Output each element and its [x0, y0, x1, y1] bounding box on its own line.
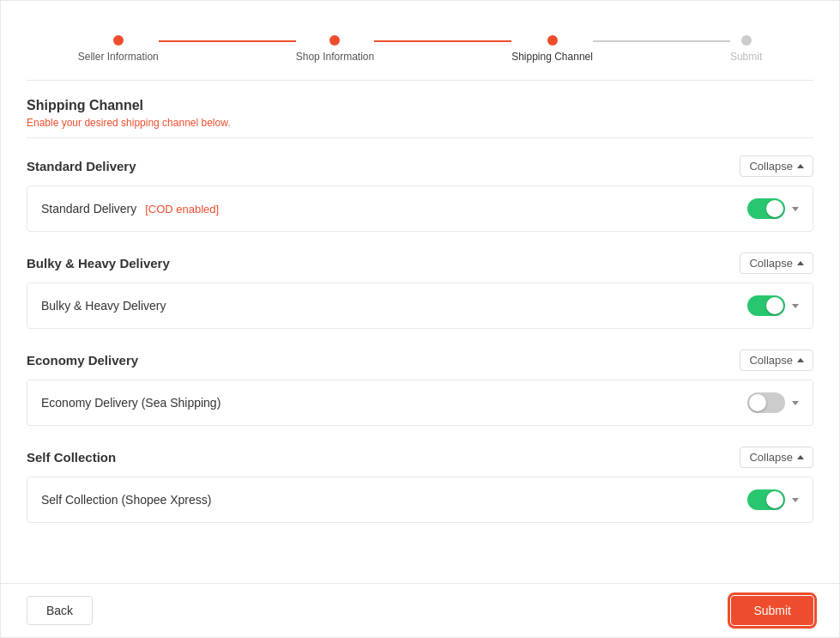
collapse-btn-bulky[interactable]: Collapse [740, 252, 813, 274]
section-title: Shipping Channel [27, 98, 813, 113]
chevron-down-self-collection[interactable] [792, 498, 799, 502]
submit-button[interactable]: Submit [731, 596, 813, 625]
step-dot-submit [741, 35, 752, 46]
toggle-slider-economy [747, 392, 785, 413]
collapse-btn-standard[interactable]: Collapse [740, 155, 813, 177]
card-group-economy: Economy Delivery Collapse Economy Delive… [27, 349, 813, 426]
delivery-row-standard: Standard Delivery [COD enabled] [27, 185, 813, 232]
step-line-1 [159, 40, 296, 42]
toggle-slider-standard [747, 198, 785, 219]
chevron-down-standard[interactable] [792, 207, 799, 211]
toggle-knob-standard [766, 200, 783, 217]
step-dot-seller [113, 35, 124, 46]
toggle-slider-bulky [747, 295, 785, 316]
delivery-right-self-collection [747, 489, 799, 510]
collapse-label-economy: Collapse [749, 354, 793, 367]
delivery-right-standard [747, 198, 799, 219]
chevron-up-bulky [797, 261, 804, 265]
chevron-up-economy [797, 358, 804, 362]
collapse-label-standard: Collapse [749, 160, 793, 173]
toggle-knob-economy [749, 394, 766, 411]
toggle-economy[interactable] [747, 392, 785, 413]
chevron-up-standard [797, 164, 804, 168]
toggle-knob-self-collection [766, 491, 783, 508]
section-header: Shipping Channel Enable your desired shi… [27, 98, 813, 129]
footer-bar: Back Submit [1, 583, 839, 637]
step-seller-info: Seller Information [78, 35, 159, 63]
collapse-btn-economy[interactable]: Collapse [740, 349, 813, 371]
delivery-label-standard: Standard Delivery [COD enabled] [41, 202, 219, 216]
step-line-3 [593, 40, 730, 42]
section-divider [27, 137, 813, 138]
step-label-shop: Shop Information [296, 51, 374, 63]
card-group-header-bulky: Bulky & Heavy Delivery Collapse [27, 252, 813, 274]
card-group-header-economy: Economy Delivery Collapse [27, 349, 813, 371]
card-group-title-self-collection: Self Collection [27, 450, 116, 465]
delivery-label-economy: Economy Delivery (Sea Shipping) [41, 396, 221, 410]
section-subtitle: Enable your desired shipping channel bel… [27, 117, 813, 129]
toggle-standard[interactable] [747, 198, 785, 219]
card-group-title-standard: Standard Delivery [27, 159, 136, 173]
delivery-label-self-collection: Self Collection (Shopee Xpress) [41, 493, 211, 507]
card-group-self-collection: Self Collection Collapse Self Collection… [27, 447, 813, 523]
step-shipping: Shipping Channel [511, 35, 593, 63]
card-group-title-economy: Economy Delivery [27, 353, 138, 368]
back-button[interactable]: Back [27, 596, 93, 625]
delivery-label-bulky: Bulky & Heavy Delivery [41, 299, 166, 313]
stepper: Seller Information Shop Information Ship… [27, 18, 813, 76]
page-wrapper: Seller Information Shop Information Ship… [0, 0, 840, 638]
step-dot-shipping [547, 35, 558, 46]
collapse-btn-self-collection[interactable]: Collapse [740, 447, 813, 468]
collapse-label-bulky: Collapse [749, 257, 793, 270]
toggle-self-collection[interactable] [747, 489, 785, 510]
header-divider [27, 80, 813, 81]
chevron-down-economy[interactable] [792, 401, 799, 405]
delivery-row-economy: Economy Delivery (Sea Shipping) [27, 380, 813, 426]
card-group-title-bulky: Bulky & Heavy Delivery [27, 256, 170, 270]
card-group-header-self-collection: Self Collection Collapse [27, 447, 813, 468]
toggle-slider-self-collection [747, 489, 785, 510]
toggle-bulky[interactable] [747, 295, 785, 316]
step-label-submit: Submit [730, 51, 762, 63]
delivery-right-economy [747, 392, 799, 413]
step-dot-shop [329, 35, 340, 46]
step-line-2 [374, 40, 511, 42]
chevron-up-self-collection [797, 455, 804, 459]
toggle-knob-bulky [766, 297, 783, 314]
step-submit: Submit [730, 35, 762, 63]
step-label-seller: Seller Information [78, 51, 159, 63]
step-shop-info: Shop Information [296, 35, 374, 63]
card-group-standard: Standard Delivery Collapse Standard Deli… [27, 155, 813, 232]
card-group-header-standard: Standard Delivery Collapse [27, 155, 813, 177]
delivery-row-bulky: Bulky & Heavy Delivery [27, 283, 813, 329]
delivery-row-self-collection: Self Collection (Shopee Xpress) [27, 477, 813, 523]
chevron-down-bulky[interactable] [792, 304, 799, 308]
cod-badge-standard: [COD enabled] [145, 203, 219, 216]
delivery-right-bulky [747, 295, 799, 316]
step-label-shipping: Shipping Channel [511, 51, 593, 63]
card-group-bulky: Bulky & Heavy Delivery Collapse Bulky & … [27, 252, 813, 329]
collapse-label-self-collection: Collapse [749, 451, 793, 464]
